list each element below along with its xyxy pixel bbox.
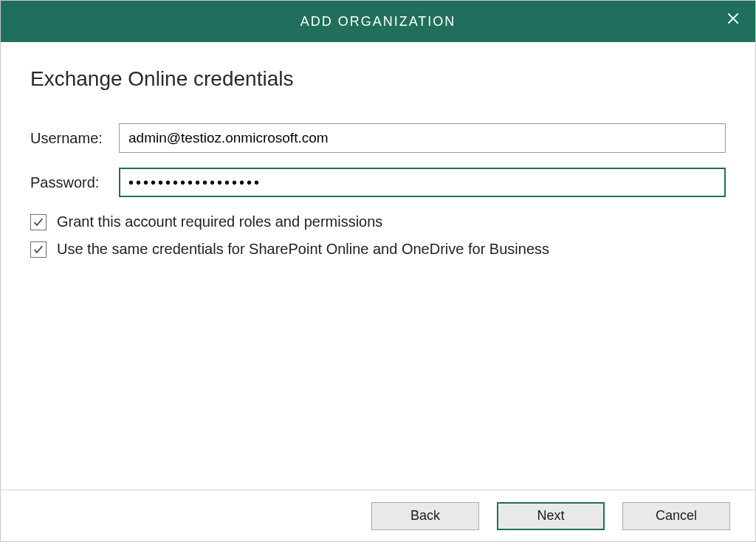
close-button[interactable] (721, 7, 745, 30)
dialog-window: ADD ORGANIZATION Exchange Online credent… (0, 0, 756, 542)
same-creds-row: Use the same credentials for SharePoint … (30, 241, 726, 258)
page-title: Exchange Online credentials (30, 67, 726, 91)
username-input[interactable] (119, 123, 726, 153)
grant-roles-checkbox[interactable] (30, 214, 47, 230)
dialog-content: Exchange Online credentials Username: Pa… (1, 42, 755, 490)
next-button[interactable]: Next (497, 502, 605, 530)
grant-roles-row: Grant this account required roles and pe… (30, 213, 726, 230)
password-label: Password: (30, 174, 119, 191)
username-label: Username: (30, 130, 119, 147)
titlebar: ADD ORGANIZATION (1, 1, 755, 42)
dialog-footer: Back Next Cancel (1, 490, 755, 541)
check-icon (32, 216, 44, 228)
close-icon (726, 11, 740, 26)
check-icon (32, 244, 44, 255)
same-creds-label[interactable]: Use the same credentials for SharePoint … (57, 241, 549, 258)
cancel-button[interactable]: Cancel (622, 502, 730, 530)
titlebar-title: ADD ORGANIZATION (300, 14, 456, 30)
username-row: Username: (30, 123, 726, 153)
password-input[interactable] (119, 168, 726, 197)
grant-roles-label[interactable]: Grant this account required roles and pe… (57, 213, 382, 230)
password-row: Password: (30, 168, 726, 197)
back-button[interactable]: Back (371, 502, 479, 530)
same-creds-checkbox[interactable] (30, 241, 47, 258)
